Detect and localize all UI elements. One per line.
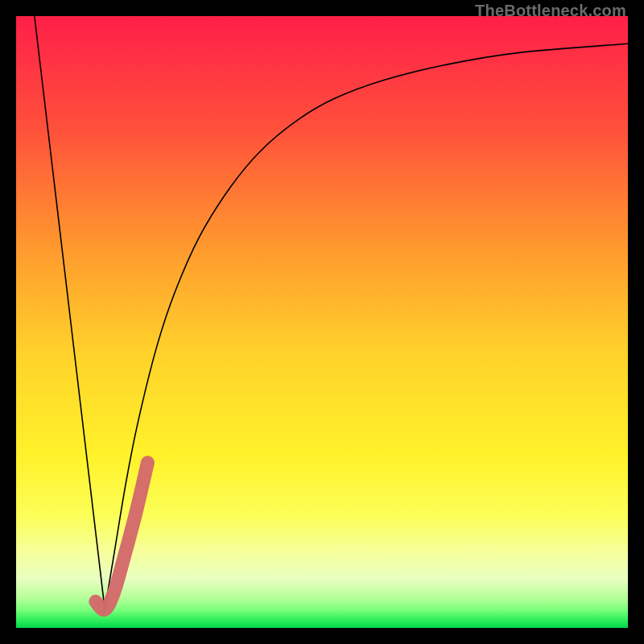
chart-frame: TheBottleneck.com <box>0 0 644 644</box>
watermark-text: TheBottleneck.com <box>475 2 626 20</box>
rose-hook-overlay <box>96 463 148 610</box>
plot-area <box>16 16 628 628</box>
curve-layer <box>16 16 628 628</box>
right-rising-curve <box>105 43 628 609</box>
left-falling-line <box>35 16 105 609</box>
